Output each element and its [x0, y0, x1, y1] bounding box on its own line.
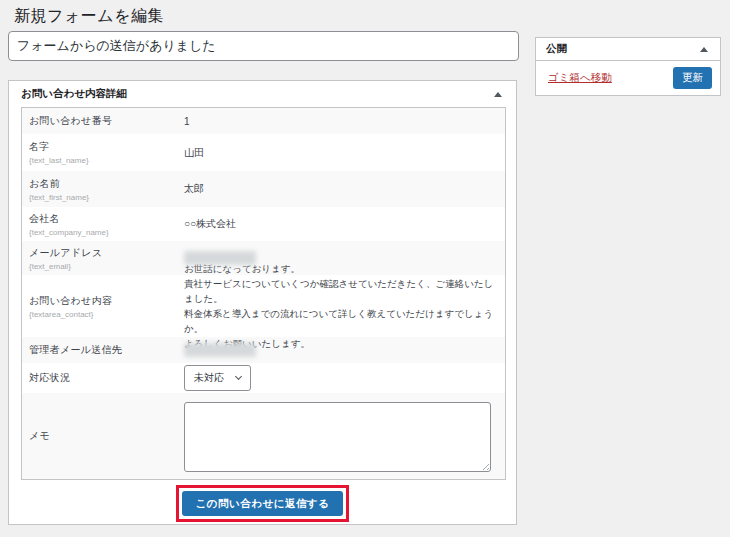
publish-panel-title: 公開	[546, 42, 567, 56]
field-tag: {textarea_contact}	[29, 310, 184, 319]
table-row-last-name: 名字 {text_last_name} 山田	[22, 134, 505, 171]
triangle-up-icon	[700, 47, 708, 52]
detail-table: お問い合わせ番号 1 名字 {text_last_name} 山田 お名前 {t…	[21, 107, 506, 480]
field-value: 太郎	[184, 182, 505, 196]
table-row-status: 対応状況 未対応	[22, 363, 505, 393]
field-label: お問い合わせ番号	[29, 114, 184, 128]
field-tag: {text_company_name}	[29, 228, 184, 237]
panel-title: お問い合わせ内容詳細	[21, 87, 127, 101]
field-label: メモ	[29, 429, 184, 443]
status-select-value: 未対応	[194, 371, 224, 385]
table-row-first-name: お名前 {text_first_name} 太郎	[22, 171, 505, 207]
reply-button[interactable]: この問い合わせに返信する	[182, 491, 344, 516]
field-label: お名前	[29, 177, 184, 191]
field-value: 1	[184, 116, 505, 127]
table-row-memo: メモ	[22, 393, 505, 479]
field-value: ○○株式会社	[184, 217, 505, 231]
field-label: 会社名	[29, 212, 184, 226]
annotation-highlight: この問い合わせに返信する	[176, 485, 350, 522]
collapse-toggle-button[interactable]	[698, 45, 710, 54]
table-row-company-name: 会社名 {text_company_name} ○○株式会社	[22, 207, 505, 241]
page-title: 新規フォームを編集	[14, 6, 164, 27]
memo-textarea[interactable]	[184, 402, 491, 472]
publish-panel: 公開 ゴミ箱へ移動 更新	[535, 37, 721, 96]
redacted-admin-email-value	[184, 343, 256, 357]
redacted-email-value	[184, 251, 256, 265]
field-tag: {text_email}	[29, 262, 184, 271]
field-label: 管理者メール送信先	[29, 343, 184, 357]
table-row-inquiry-number: お問い合わせ番号 1	[22, 108, 505, 134]
update-button[interactable]: 更新	[673, 67, 712, 89]
move-to-trash-link[interactable]: ゴミ箱へ移動	[548, 71, 612, 85]
field-value: 山田	[184, 146, 505, 160]
field-tag: {text_last_name}	[29, 156, 184, 165]
table-row-message: お問い合わせ内容 {textarea_contact} お世話になっております。…	[22, 275, 505, 337]
publish-panel-header: 公開	[536, 38, 720, 61]
status-select[interactable]: 未対応	[184, 365, 251, 391]
triangle-up-icon	[494, 92, 502, 97]
collapse-toggle-button[interactable]	[492, 90, 504, 99]
contact-detail-panel: お問い合わせ内容詳細 お問い合わせ番号 1 名字 {text_last_name…	[8, 80, 517, 525]
field-label: メールアドレス	[29, 246, 184, 260]
field-label: お問い合わせ内容	[29, 294, 184, 308]
panel-header: お問い合わせ内容詳細	[9, 81, 516, 107]
form-title-input[interactable]	[8, 31, 519, 61]
message-text: お世話になっております。 貴社サービスについていくつか確認させていただきたく、ご…	[184, 261, 505, 351]
field-tag: {text_first_name}	[29, 193, 184, 202]
field-label: 名字	[29, 140, 184, 154]
field-label: 対応状況	[29, 371, 184, 385]
chevron-down-icon	[235, 373, 242, 380]
